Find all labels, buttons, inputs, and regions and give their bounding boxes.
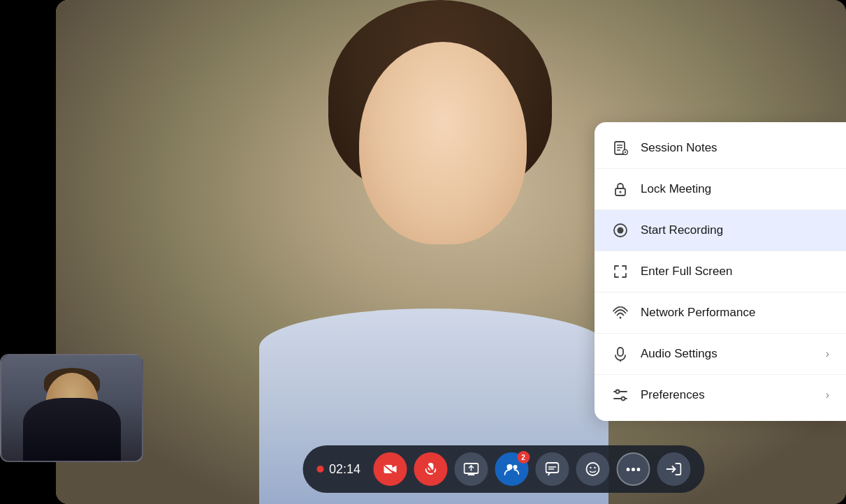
share-screen-button[interactable] [454,452,488,486]
svg-point-10 [618,228,624,234]
svg-point-17 [622,397,625,401]
recording-dot [316,466,323,473]
mute-button[interactable] [414,452,447,486]
more-button[interactable] [616,452,650,486]
record-icon [611,221,629,239]
preferences-icon [611,386,629,404]
start-recording-label: Start Recording [641,223,829,237]
preferences-label: Preferences [641,388,815,402]
notes-icon [611,139,629,157]
preferences-chevron: › [826,389,829,401]
audio-settings-label: Audio Settings [641,347,815,361]
participants-badge: 2 [517,451,530,464]
svg-point-36 [636,468,640,471]
menu-item-lock-meeting[interactable]: Lock Meeting [595,169,846,209]
menu-item-preferences[interactable]: Preferences › [595,375,846,415]
toolbar: 02:14 2 [302,445,704,493]
menu-item-start-recording[interactable]: Start Recording [595,210,846,251]
menu-item-session-notes[interactable]: Session Notes [595,128,846,168]
wifi-icon [611,304,629,322]
svg-point-11 [620,317,622,319]
reactions-button[interactable] [576,452,609,486]
session-notes-label: Session Notes [641,141,829,155]
participants-button[interactable]: 2 [495,452,528,486]
enter-full-screen-label: Enter Full Screen [641,265,829,279]
svg-point-26 [506,464,512,470]
context-menu: Session Notes Lock Meeting Start Recordi… [595,122,846,421]
svg-point-33 [594,467,595,468]
lock-meeting-label: Lock Meeting [641,182,829,196]
svg-point-32 [590,467,591,468]
svg-point-8 [620,191,622,193]
svg-point-31 [586,463,599,475]
menu-item-audio-settings[interactable]: Audio Settings › [595,334,846,374]
network-performance-label: Network Performance [641,306,829,320]
fullscreen-icon [611,262,629,281]
lock-icon [611,180,629,198]
pip-video[interactable] [0,354,143,462]
svg-point-34 [626,468,629,471]
svg-point-27 [513,465,517,469]
chat-button[interactable] [535,452,569,486]
timer-display: 02:14 [329,462,360,477]
menu-item-network-performance[interactable]: Network Performance [595,292,846,333]
audio-icon [611,345,629,363]
svg-rect-28 [546,463,558,473]
audio-settings-chevron: › [826,348,829,360]
video-button[interactable] [373,452,407,486]
svg-point-35 [632,468,635,471]
menu-item-enter-full-screen[interactable]: Enter Full Screen [595,251,846,292]
svg-rect-12 [618,348,623,356]
timer: 02:14 [316,462,366,477]
svg-point-15 [616,390,620,394]
leave-button[interactable] [657,452,690,486]
